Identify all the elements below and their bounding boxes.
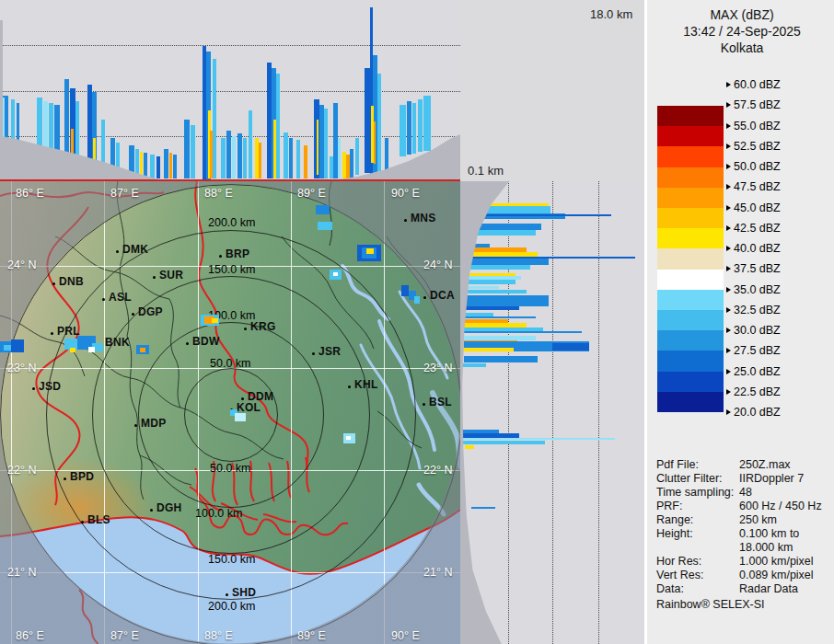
echo-bar (173, 155, 177, 178)
echo-bar (54, 105, 60, 155)
echo-bar (37, 98, 42, 149)
map-echo (212, 318, 218, 323)
echo-bar (304, 145, 307, 178)
info-key: Time sampling: (656, 486, 734, 499)
echo-bar (213, 59, 216, 178)
map-echo (346, 436, 351, 440)
info-key: Hor Res: (656, 555, 701, 568)
map-echo (11, 339, 24, 352)
map-echo (140, 348, 145, 352)
info-value: 250 km (739, 513, 777, 526)
top-height-profile-panel (0, 0, 460, 180)
info-value: 18.000 km (739, 541, 793, 554)
info-value: 0.089 km/pixel (739, 569, 814, 581)
echo-bar (43, 101, 48, 149)
echo-bar (464, 290, 527, 293)
echo-bar (374, 121, 376, 164)
side-profile-echo-bars (460, 181, 644, 644)
echo-bar (226, 156, 265, 178)
echo-bar (462, 363, 486, 367)
echo-bar (150, 155, 155, 178)
echo-bar (407, 101, 411, 155)
echo-bar (17, 103, 19, 145)
side-height-profile-panel (460, 181, 644, 644)
map-echo (318, 222, 332, 230)
info-value: IIRDoppler 7 (739, 472, 804, 485)
map-echo (70, 348, 75, 352)
info-key: Range: (656, 513, 693, 526)
map-echo (333, 272, 338, 276)
echo-bar (464, 259, 549, 265)
echo-bar (464, 356, 538, 362)
info-value: 48 (739, 486, 752, 499)
map-echo (4, 345, 11, 351)
echo-bar (144, 153, 147, 178)
product-info-block: Pdf File:250Z.maxClutter Filter:IIRDoppl… (647, 0, 834, 644)
echo-bar (221, 138, 226, 178)
echo-bar (471, 507, 495, 509)
map-echo (316, 205, 330, 214)
echo-bar (423, 96, 431, 151)
echo-bar (462, 348, 514, 351)
info-key: Pdf File: (656, 458, 699, 471)
map-echo (235, 413, 246, 421)
echo-bar (324, 109, 328, 178)
height-axis-max-label: 18.0 km (590, 7, 632, 21)
echo-bar (49, 103, 53, 151)
echo-bar (385, 138, 388, 171)
map-echo (88, 347, 95, 352)
echo-bar (191, 125, 195, 178)
brand-label: Rainbow® SELEX-SI (656, 598, 765, 611)
echo-bar (156, 156, 160, 178)
info-key: Vert Res: (656, 569, 703, 581)
echo-bar (184, 120, 190, 178)
echo-bar (330, 166, 361, 178)
info-key: PRF: (656, 500, 682, 512)
map-echo (414, 296, 420, 304)
echo-bar (464, 306, 519, 310)
echo-bar (276, 164, 300, 178)
echo-bar (317, 120, 319, 175)
echo-bar (418, 99, 423, 152)
echo-bar (3, 98, 5, 142)
echo-bar (462, 331, 582, 333)
legend-panel: MAX (dBZ) 13:42 / 24-Sep-2025 Kolkata 60… (644, 0, 834, 644)
echo-bar (412, 103, 416, 154)
echo-bar (400, 105, 406, 156)
echo-bar (462, 438, 615, 440)
state-boundary-topline (0, 179, 460, 181)
info-value: Radar Data (739, 582, 798, 595)
map-echo (401, 285, 409, 296)
info-value: 600 Hz / 450 Hz (739, 500, 822, 512)
panel-edge-strip (0, 20, 3, 138)
info-value: 0.100 km to (739, 527, 799, 540)
echo-bar (464, 280, 515, 284)
echo-bar (276, 74, 280, 178)
info-key: Height: (656, 527, 693, 540)
echo-bar (462, 441, 545, 444)
radar-app-window: 18.0 km 0.1 km (0, 0, 834, 644)
info-key: Data: (656, 582, 684, 595)
echo-bar (466, 295, 549, 306)
echo-bar (462, 316, 536, 318)
info-value: 250Z.max (739, 458, 791, 471)
map-echo (366, 248, 374, 254)
radar-map-panel: 86° E86° E87° E87° E88° E88° E89° E89° E… (0, 181, 460, 644)
echo-bar (466, 265, 530, 270)
echo-bar (169, 153, 172, 178)
echo-bar (164, 149, 168, 178)
height-axis-min-label: 0.1 km (468, 164, 504, 178)
map-echoes-layer (0, 181, 460, 644)
echo-bar (377, 74, 381, 171)
info-value: 1.000 km/pixel (739, 555, 814, 568)
echo-bar (552, 343, 589, 351)
map-echo (198, 407, 230, 448)
info-key: Clutter Filter: (656, 472, 723, 485)
